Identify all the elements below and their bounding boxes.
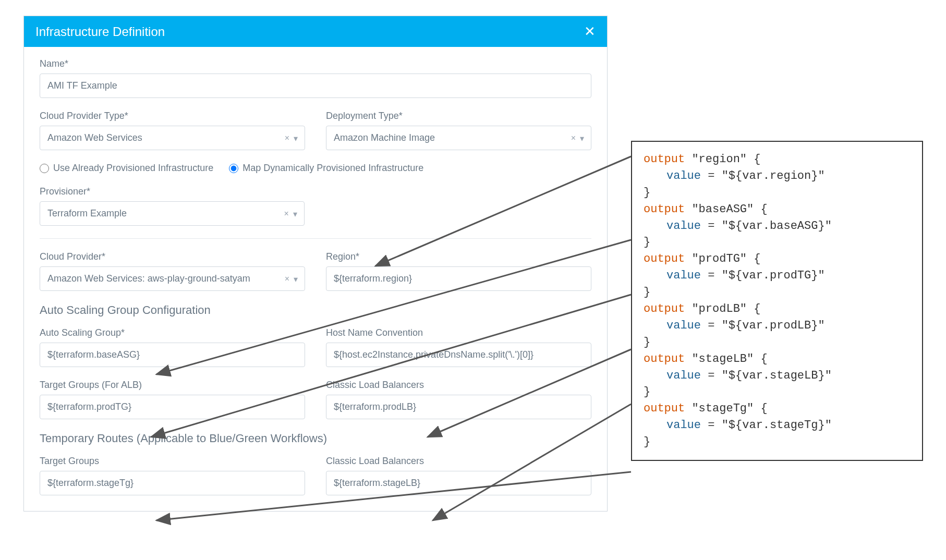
chevron-down-icon[interactable]: ▾ [294, 133, 298, 143]
radio-map-dynamic-input[interactable] [229, 164, 238, 173]
host-name-input[interactable] [326, 343, 591, 367]
clear-icon[interactable]: × [285, 133, 289, 143]
target-groups-alb-input[interactable] [40, 395, 305, 419]
classic-lb2-input[interactable] [326, 471, 591, 495]
radio-map-dynamic[interactable]: Map Dynamically Provisioned Infrastructu… [229, 163, 423, 174]
classic-lb2-field: Classic Load Balancers [326, 456, 591, 495]
provisioner-field: Provisioner* ×▾ [40, 186, 305, 226]
divider [40, 238, 591, 239]
provisioner-select[interactable] [40, 201, 305, 226]
asg-label: Auto Scaling Group* [40, 327, 305, 338]
name-input[interactable] [40, 74, 591, 98]
code-output-stageTg: output "stageTg" {value = "${var.stageTg… [644, 400, 911, 451]
cloud-provider-field: Cloud Provider* ×▾ [40, 251, 305, 291]
cloud-provider-label: Cloud Provider* [40, 251, 305, 262]
dialog-body: Name* Cloud Provider Type* ×▾ Deployment… [24, 47, 607, 511]
close-icon[interactable]: ✕ [584, 23, 596, 40]
terraform-output-code: output "region" {value = "${var.region}"… [631, 141, 923, 461]
chevron-down-icon[interactable]: ▾ [580, 133, 584, 143]
chevron-down-icon[interactable]: ▾ [294, 274, 298, 284]
clear-icon[interactable]: × [285, 274, 289, 284]
asg-section-title: Auto Scaling Group Configuration [40, 303, 591, 317]
deployment-type-label: Deployment Type* [326, 111, 591, 121]
code-output-baseASG: output "baseASG" {value = "${var.baseASG… [644, 201, 911, 251]
code-output-stageLB: output "stageLB" {value = "${var.stageLB… [644, 351, 911, 401]
deployment-type-field: Deployment Type* ×▾ [326, 111, 591, 150]
clear-icon[interactable]: × [284, 209, 288, 218]
cloud-provider-type-label: Cloud Provider Type* [40, 111, 305, 121]
deployment-type-select[interactable] [326, 126, 591, 150]
asg-field: Auto Scaling Group* [40, 327, 305, 367]
temp-routes-section-title: Temporary Routes (Applicable to Blue/Gre… [40, 432, 591, 445]
asg-input[interactable] [40, 343, 305, 367]
code-output-region: output "region" {value = "${var.region}"… [644, 151, 911, 201]
classic-lb-field: Classic Load Balancers [326, 380, 591, 419]
radio-use-existing[interactable]: Use Already Provisioned Infrastructure [40, 163, 213, 174]
name-label: Name* [40, 58, 591, 69]
dialog-header: Infrastructure Definition ✕ [24, 16, 607, 47]
cloud-provider-type-field: Cloud Provider Type* ×▾ [40, 111, 305, 150]
target-groups-input[interactable] [40, 471, 305, 495]
code-output-prodLB: output "prodLB" {value = "${var.prodLB}"… [644, 301, 911, 351]
chevron-down-icon[interactable]: ▾ [293, 209, 297, 218]
provisioning-mode-radio-group: Use Already Provisioned Infrastructure M… [40, 163, 591, 174]
target-groups-alb-label: Target Groups (For ALB) [40, 380, 305, 391]
host-name-label: Host Name Convention [326, 327, 591, 338]
infrastructure-definition-dialog: Infrastructure Definition ✕ Name* Cloud … [23, 16, 608, 512]
cloud-provider-type-select[interactable] [40, 126, 305, 150]
code-output-prodTG: output "prodTG" {value = "${var.prodTG}"… [644, 251, 911, 301]
classic-lb2-label: Classic Load Balancers [326, 456, 591, 467]
target-groups-label: Target Groups [40, 456, 305, 467]
region-label: Region* [326, 251, 591, 262]
region-input[interactable] [326, 266, 591, 291]
clear-icon[interactable]: × [571, 133, 576, 143]
classic-lb-label: Classic Load Balancers [326, 380, 591, 391]
cloud-provider-select[interactable] [40, 266, 305, 291]
radio-use-existing-input[interactable] [40, 164, 49, 173]
target-groups-field: Target Groups [40, 456, 305, 495]
provisioner-label: Provisioner* [40, 186, 305, 197]
dialog-title: Infrastructure Definition [35, 25, 165, 39]
target-groups-alb-field: Target Groups (For ALB) [40, 380, 305, 419]
name-field: Name* [40, 58, 591, 98]
classic-lb-input[interactable] [326, 395, 591, 419]
region-field: Region* [326, 251, 591, 291]
host-name-field: Host Name Convention [326, 327, 591, 367]
